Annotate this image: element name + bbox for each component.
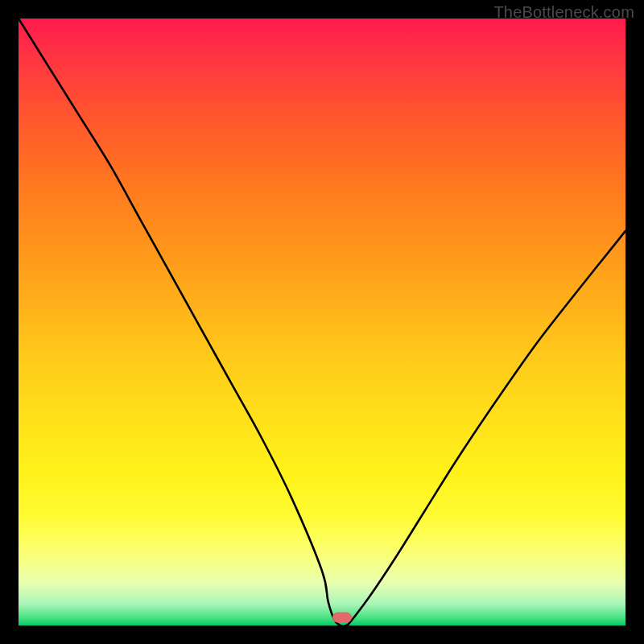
plot-area xyxy=(19,19,625,625)
curve-line xyxy=(19,19,625,625)
chart-frame: TheBottleneck.com xyxy=(0,0,644,644)
minimum-marker xyxy=(332,613,352,623)
bottleneck-curve xyxy=(19,19,625,625)
watermark-text: TheBottleneck.com xyxy=(493,3,634,22)
